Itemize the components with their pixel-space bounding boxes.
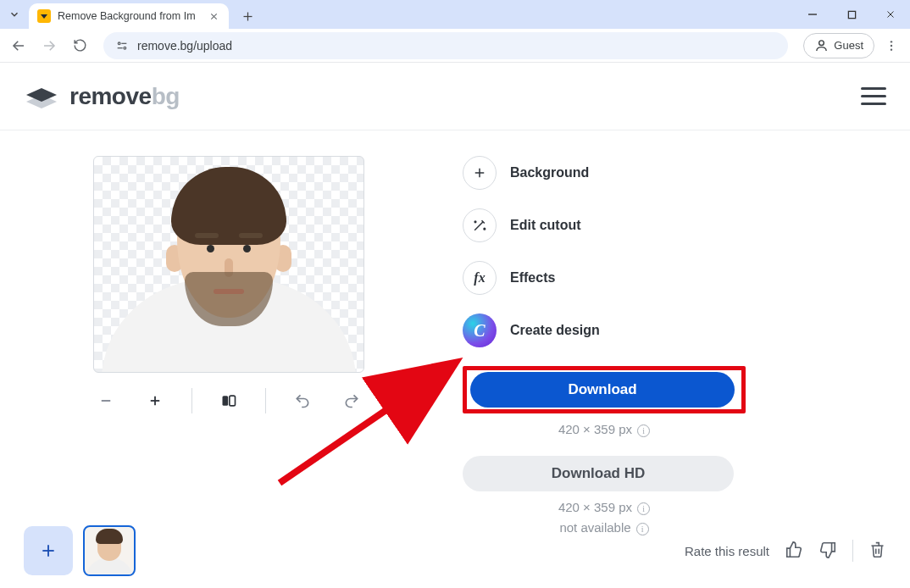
download-hd-dimensions: 420 × 359 pxi <box>463 500 746 515</box>
person-cutout-image <box>106 156 352 372</box>
option-label: Create design <box>510 323 600 338</box>
delete-button[interactable] <box>868 541 886 561</box>
reload-button[interactable] <box>66 32 93 59</box>
thumbs-up-button[interactable] <box>785 541 803 562</box>
address-bar[interactable]: remove.bg/upload <box>103 32 788 59</box>
compare-toggle-button[interactable] <box>216 388 241 413</box>
toolbar-separator <box>265 388 266 413</box>
option-effects[interactable]: fx Effects <box>463 261 746 295</box>
active-tab[interactable]: Remove Background from Im <box>29 3 229 29</box>
wand-icon <box>463 208 497 242</box>
option-create-design[interactable]: C Create design <box>463 313 746 347</box>
option-label: Edit cutout <box>510 218 581 233</box>
download-hd-label: Download HD <box>552 465 646 482</box>
site-settings-icon[interactable] <box>115 39 129 53</box>
thumbs-down-button[interactable] <box>818 541 837 562</box>
redo-button[interactable] <box>339 388 364 413</box>
undo-button[interactable] <box>290 388 315 413</box>
guest-label: Guest <box>834 39 863 52</box>
actions-column: Background Edit cutout fx Effects C Crea… <box>458 156 746 535</box>
svg-point-28 <box>474 221 476 223</box>
page-header: removebg <box>0 63 910 130</box>
tab-list-dropdown[interactable] <box>0 0 29 29</box>
svg-marker-20 <box>26 88 57 102</box>
svg-rect-24 <box>223 396 229 406</box>
svg-marker-0 <box>41 14 47 19</box>
info-icon[interactable]: i <box>637 502 650 515</box>
preview-column <box>0 156 458 535</box>
browser-tab-strip: Remove Background from Im <box>0 0 910 29</box>
option-background[interactable]: Background <box>463 156 746 190</box>
svg-rect-6 <box>848 11 855 18</box>
image-thumbnail[interactable] <box>83 525 136 576</box>
option-label: Effects <box>510 270 555 286</box>
back-button[interactable] <box>5 32 32 59</box>
window-minimize-button[interactable] <box>793 0 832 29</box>
plus-icon <box>463 156 497 190</box>
hamburger-menu-button[interactable] <box>861 87 886 105</box>
profile-guest-chip[interactable]: Guest <box>803 33 874 58</box>
svg-point-15 <box>819 41 824 46</box>
fx-icon: fx <box>463 261 497 295</box>
separator <box>852 540 853 562</box>
workspace: Background Edit cutout fx Effects C Crea… <box>0 130 910 535</box>
rate-label: Rate this result <box>685 544 769 558</box>
new-tab-button[interactable] <box>236 4 259 28</box>
info-icon[interactable]: i <box>637 424 650 437</box>
download-hd-button[interactable]: Download HD <box>463 456 734 491</box>
result-preview[interactable] <box>93 156 364 373</box>
window-controls <box>793 0 910 29</box>
download-label: Download <box>568 381 636 398</box>
url-text: remove.bg/upload <box>137 39 232 53</box>
rate-section: Rate this result <box>685 540 886 562</box>
bottom-bar: Rate this result <box>0 525 910 576</box>
svg-point-18 <box>891 48 892 50</box>
forward-button[interactable] <box>36 32 63 59</box>
zoom-in-button[interactable] <box>142 388 168 413</box>
window-maximize-button[interactable] <box>832 0 871 29</box>
svg-point-13 <box>124 47 126 49</box>
svg-point-29 <box>484 228 486 230</box>
svg-rect-25 <box>230 396 236 406</box>
toolbar-separator <box>191 388 192 413</box>
option-label: Background <box>510 165 589 180</box>
logo-icon <box>24 83 59 110</box>
window-close-button[interactable] <box>871 0 910 29</box>
download-dimensions: 420 × 359 pxi <box>463 422 746 437</box>
logo[interactable]: removebg <box>24 83 180 110</box>
logo-text: removebg <box>69 83 180 110</box>
browser-menu-button[interactable] <box>878 32 905 59</box>
option-edit-cutout[interactable]: Edit cutout <box>463 208 746 242</box>
preview-toolbar <box>93 388 364 413</box>
tab-title: Remove Background from Im <box>58 10 200 22</box>
highlight-annotation: Download <box>463 366 746 413</box>
svg-point-17 <box>891 44 892 46</box>
canva-icon: C <box>463 313 497 347</box>
svg-point-16 <box>891 41 892 42</box>
add-image-button[interactable] <box>24 526 73 575</box>
svg-point-11 <box>118 42 120 45</box>
download-button[interactable]: Download <box>470 372 735 408</box>
tab-close-icon[interactable] <box>207 9 220 23</box>
zoom-out-button[interactable] <box>93 388 119 413</box>
browser-toolbar: remove.bg/upload Guest <box>0 29 910 63</box>
favicon-icon <box>37 9 51 23</box>
